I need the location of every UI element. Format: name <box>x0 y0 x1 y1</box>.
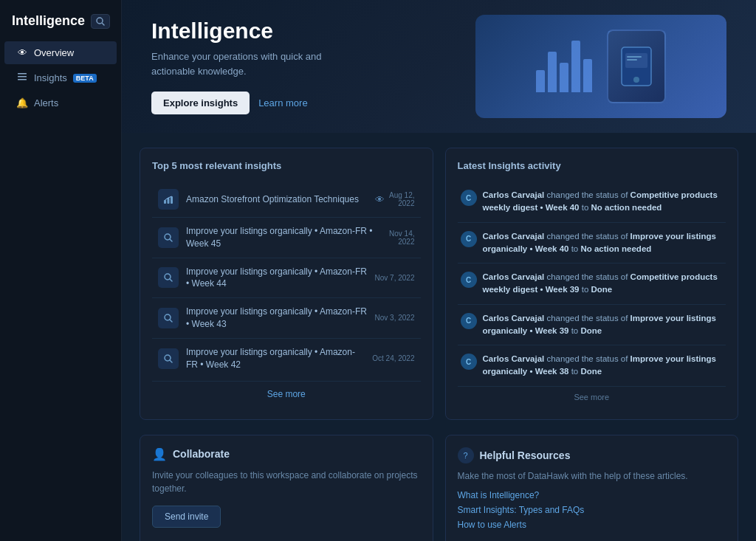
resources-links-list: What is Intelligence?Smart Insights: Typ… <box>458 490 726 530</box>
bell-icon: 🔔 <box>16 97 28 108</box>
collaborate-header: 👤 Collaborate <box>152 447 421 461</box>
eye-icon: 👁 <box>16 47 28 58</box>
latest-activity-title: Latest Insights activity <box>458 160 726 171</box>
hero-illustration <box>475 15 726 118</box>
bottom-panels-row: 👤 Collaborate Invite your colleagues to … <box>140 435 738 542</box>
svg-line-1 <box>103 23 105 25</box>
resources-title: Helpful Resources <box>480 449 571 461</box>
svg-point-7 <box>633 77 639 83</box>
hero-text: Intelligence Enhance your operations wit… <box>151 18 322 114</box>
insight-date: Nov 7, 2022 <box>375 274 415 282</box>
sidebar-item-label: Overview <box>34 47 74 58</box>
insight-actions: Nov 3, 2022 <box>375 314 415 322</box>
insight-item[interactable]: Improve your listings organically • Amaz… <box>152 339 421 379</box>
see-more-activity[interactable]: See more <box>458 386 726 407</box>
helpful-resources-panel: ? Helpful Resources Make the most of Dat… <box>445 435 739 542</box>
resource-link[interactable]: Smart Insights: Types and FAQs <box>458 505 726 515</box>
activity-item: C Carlos Carvajal changed the status of … <box>458 345 726 386</box>
activity-avatar: C <box>461 231 477 247</box>
beta-badge: BETA <box>73 74 97 83</box>
hero-bar-chart <box>536 41 592 92</box>
sidebar-logo: Intelligence <box>0 9 121 41</box>
insight-date: Oct 24, 2022 <box>372 354 414 362</box>
bar-4 <box>571 41 580 92</box>
sidebar-item-alerts[interactable]: 🔔 Alerts <box>4 92 117 114</box>
activity-item: C Carlos Carvajal changed the status of … <box>458 182 726 223</box>
hero-device-icon <box>607 30 666 103</box>
insight-actions: Oct 24, 2022 <box>372 354 414 362</box>
svg-rect-2 <box>18 73 27 75</box>
insight-item[interactable]: Improve your listings organically • Amaz… <box>152 258 421 299</box>
insight-label: Improve your listings organically • Amaz… <box>186 225 382 250</box>
sidebar-item-label: Alerts <box>34 97 58 108</box>
sidebar-item-insights[interactable]: Insights BETA <box>4 66 117 90</box>
resource-link[interactable]: What is Intelligence? <box>458 490 726 500</box>
collaborate-icon: 👤 <box>152 447 167 461</box>
bar-3 <box>560 63 568 92</box>
insight-label: Improve your listings organically • Amaz… <box>186 306 368 331</box>
svg-line-20 <box>170 360 172 362</box>
hero-actions: Explore insights Learn more <box>151 92 322 114</box>
activity-avatar: C <box>461 272 477 288</box>
eye-button[interactable]: 👁 <box>375 194 385 205</box>
activity-text: Carlos Carvajal changed the status of Im… <box>483 230 724 256</box>
search-button[interactable] <box>91 14 110 29</box>
insight-type-icon <box>158 227 179 248</box>
sidebar-item-overview[interactable]: 👁 Overview <box>4 41 117 64</box>
activity-avatar: C <box>461 313 477 329</box>
bar-5 <box>583 59 592 92</box>
resource-link[interactable]: How to use Alerts <box>458 520 726 530</box>
activity-text: Carlos Carvajal changed the status of Im… <box>483 312 724 338</box>
insight-label: Improve your listings organically • Amaz… <box>186 346 365 371</box>
bar-2 <box>548 52 557 92</box>
collaborate-description: Invite your colleagues to this workspace… <box>152 469 421 495</box>
explore-insights-button[interactable]: Explore insights <box>151 92 250 114</box>
activity-item: C Carlos Carvajal changed the status of … <box>458 223 726 264</box>
hero-graphic <box>475 15 726 118</box>
insight-date: Nov 3, 2022 <box>375 314 415 322</box>
svg-line-14 <box>170 239 172 241</box>
sidebar: Intelligence 👁 Overview Insights BETA 🔔 … <box>0 0 122 541</box>
insight-type-icon <box>158 348 179 369</box>
top-insights-title: Top 5 most relevant insights <box>152 160 421 171</box>
insight-date: Aug 12,2022 <box>389 191 414 207</box>
activity-item: C Carlos Carvajal changed the status of … <box>458 305 726 346</box>
activity-text: Carlos Carvajal changed the status of Co… <box>483 271 724 297</box>
svg-rect-10 <box>164 200 166 204</box>
logo-text: Intelligence <box>12 13 85 29</box>
main-panels-row: Top 5 most relevant insights Amazon Stor… <box>140 148 738 420</box>
activity-text: Carlos Carvajal changed the status of Co… <box>483 189 724 215</box>
hero-description: Enhance your operations with quick andac… <box>151 49 322 78</box>
svg-line-18 <box>170 320 172 322</box>
sidebar-item-label: Insights <box>34 72 67 83</box>
resources-description: Make the most of DataHawk with the help … <box>458 469 726 483</box>
learn-more-link[interactable]: Learn more <box>258 97 307 108</box>
svg-rect-12 <box>171 196 173 204</box>
activity-items-list: C Carlos Carvajal changed the status of … <box>458 182 726 386</box>
insight-type-icon <box>158 189 179 210</box>
svg-point-0 <box>97 18 103 24</box>
svg-rect-9 <box>627 59 637 61</box>
see-more-link[interactable]: See more <box>152 381 421 407</box>
svg-rect-4 <box>18 79 27 80</box>
page-content: Top 5 most relevant insights Amazon Stor… <box>122 133 756 541</box>
insight-item[interactable]: Improve your listings organically • Amaz… <box>152 218 421 258</box>
insight-items-list: Amazon Storefront Optimization Technique… <box>152 182 421 378</box>
insight-actions: 👁 Aug 12,2022 <box>375 191 414 207</box>
insight-type-icon <box>158 308 179 328</box>
latest-activity-panel: Latest Insights activity C Carlos Carvaj… <box>445 148 739 420</box>
insight-actions: Nov 14,2022 <box>389 230 414 246</box>
insights-icon <box>16 72 28 84</box>
top-insights-panel: Top 5 most relevant insights Amazon Stor… <box>140 148 433 420</box>
activity-avatar: C <box>461 354 477 370</box>
send-invite-button[interactable]: Send invite <box>152 506 221 528</box>
svg-rect-8 <box>627 56 642 58</box>
insight-item[interactable]: Improve your listings organically • Amaz… <box>152 298 421 339</box>
help-icon: ? <box>458 447 474 464</box>
main-content: Intelligence Enhance your operations wit… <box>122 0 756 541</box>
hero-title: Intelligence <box>151 18 322 44</box>
insight-label: Amazon Storefront Optimization Technique… <box>186 193 368 206</box>
hero-section: Intelligence Enhance your operations wit… <box>122 0 756 133</box>
insight-item[interactable]: Amazon Storefront Optimization Technique… <box>152 182 421 218</box>
svg-rect-3 <box>18 76 27 77</box>
